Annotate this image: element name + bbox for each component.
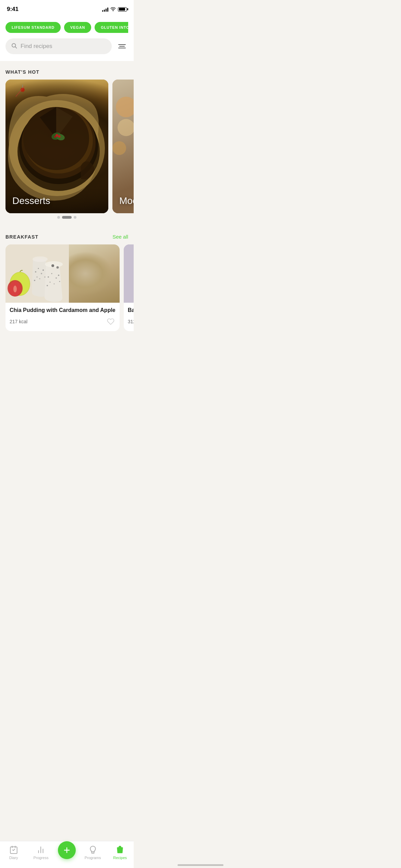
svg-point-29	[42, 269, 44, 271]
signal-icon	[102, 7, 108, 12]
see-all-link[interactable]: See all	[112, 234, 128, 240]
top-section: LIFESUM STANDARD VEGAN GLUTEN INTO... Fi…	[0, 17, 134, 61]
breakfast-title: BREAKFAST	[5, 234, 38, 240]
filter-tab-gluten[interactable]: GLUTEN INTO...	[95, 22, 128, 33]
svg-point-11	[58, 135, 61, 138]
svg-point-25	[35, 271, 36, 273]
whats-hot-carousel[interactable]: Desserts Mock...	[0, 80, 134, 219]
search-bar[interactable]: Find recipes	[5, 38, 112, 54]
wifi-icon	[110, 7, 116, 11]
status-bar: 9:41	[0, 0, 134, 17]
filter-lines-icon	[118, 44, 126, 48]
recipe-grid: Chia Pudding with Cardamom and Apple 217…	[0, 244, 134, 334]
desserts-image	[5, 80, 108, 213]
dot-3	[74, 216, 76, 219]
svg-point-28	[37, 277, 38, 278]
chia-pudding-favorite[interactable]	[106, 317, 116, 326]
svg-point-16	[116, 97, 134, 117]
svg-point-18	[112, 141, 126, 155]
filter-tabs: LIFESUM STANDARD VEGAN GLUTEN INTO...	[5, 17, 128, 38]
chia-bg	[5, 244, 120, 303]
recipe-card-chia[interactable]: Chia Pudding with Cardamom and Apple 217…	[5, 244, 120, 331]
main-content: WHAT'S HOT	[0, 61, 134, 365]
svg-rect-49	[124, 244, 134, 303]
dot-2-active	[62, 216, 72, 219]
svg-point-30	[39, 278, 40, 279]
svg-point-39	[56, 277, 57, 279]
status-icons	[102, 7, 127, 12]
desserts-label: Desserts	[12, 195, 50, 206]
chia-pudding-kcal: 217 kcal	[10, 319, 27, 324]
battery-icon	[118, 7, 127, 12]
svg-point-48	[57, 266, 59, 269]
svg-point-31	[34, 280, 35, 281]
filter-tab-lifesum-standard[interactable]: LIFESUM STANDARD	[5, 22, 61, 33]
search-placeholder: Find recipes	[21, 43, 52, 50]
search-icon	[11, 43, 17, 50]
smoothie-image	[124, 244, 134, 303]
svg-point-41	[58, 275, 59, 276]
svg-point-44	[59, 281, 60, 282]
svg-point-12	[54, 136, 56, 138]
chia-pudding-image	[5, 244, 120, 303]
svg-point-17	[118, 119, 134, 136]
chia-pudding-name: Chia Pudding with Cardamom and Apple	[10, 307, 116, 314]
whats-hot-title: WHAT'S HOT	[5, 69, 39, 75]
filter-icon-button[interactable]	[116, 40, 128, 52]
mocktails-label: Mock...	[119, 195, 134, 206]
smoothie-name: Banana and blackberry smoothie	[128, 307, 134, 314]
smoothie-meta: 312 kcal	[128, 317, 134, 326]
desserts-svg	[5, 80, 108, 213]
mocktails-card[interactable]: Mock...	[112, 80, 134, 213]
svg-point-38	[51, 273, 52, 274]
smoothie-svg	[124, 244, 134, 303]
chia-pudding-meta: 217 kcal	[10, 317, 116, 326]
svg-point-24	[33, 256, 48, 262]
svg-point-27	[41, 273, 42, 274]
svg-point-47	[51, 264, 54, 267]
dot-1	[57, 216, 60, 219]
svg-point-32	[45, 277, 46, 278]
smoothie-info: Banana and blackberry smoothie 312 kcal	[124, 303, 134, 331]
search-bar-wrapper: Find recipes	[5, 38, 128, 54]
smoothie-bg	[124, 244, 134, 303]
smoothie-kcal: 312 kcal	[128, 319, 134, 324]
svg-point-26	[38, 268, 39, 269]
svg-point-23	[13, 286, 17, 292]
svg-point-42	[54, 284, 55, 285]
chia-svg	[5, 244, 69, 303]
status-time: 9:41	[7, 6, 19, 13]
mocktails-svg	[112, 80, 134, 213]
whats-hot-header: WHAT'S HOT	[0, 61, 134, 80]
svg-point-37	[48, 276, 49, 278]
chia-pudding-info: Chia Pudding with Cardamom and Apple 217…	[5, 303, 120, 331]
svg-line-1	[15, 47, 16, 48]
carousel-dots	[0, 216, 134, 226]
filter-tab-vegan[interactable]: VEGAN	[64, 22, 91, 33]
breakfast-header: BREAKFAST See all	[0, 226, 134, 244]
desserts-card[interactable]: Desserts	[5, 80, 108, 213]
svg-point-43	[47, 285, 48, 286]
svg-point-40	[50, 282, 51, 283]
recipe-card-smoothie[interactable]: Banana and blackberry smoothie 312 kcal	[124, 244, 134, 331]
